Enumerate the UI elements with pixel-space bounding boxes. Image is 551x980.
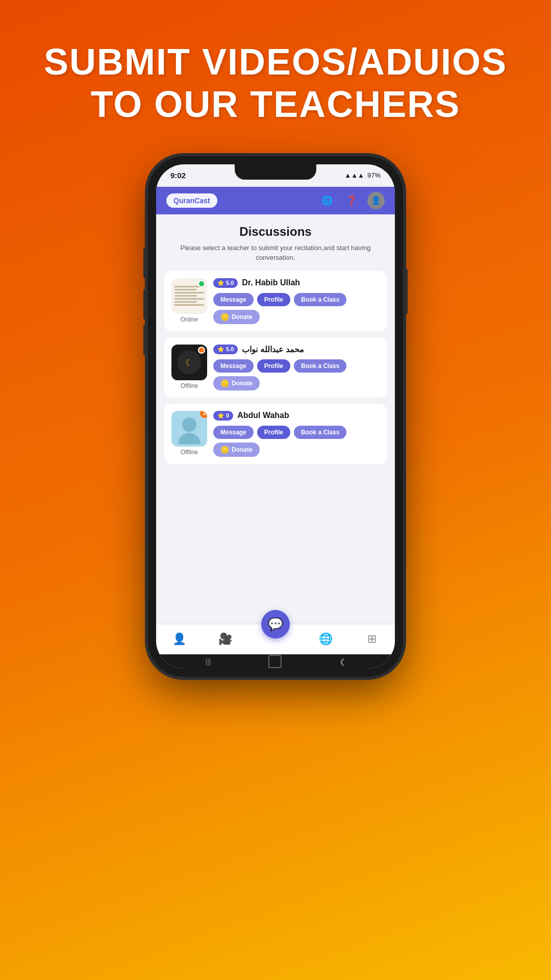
svg-point-3 xyxy=(182,418,196,432)
status-label-1: Online xyxy=(181,316,198,323)
teacher-name-3: Abdul Wahab xyxy=(237,411,289,420)
nav-globe-icon[interactable]: 🌐 xyxy=(315,629,336,649)
nav-video-icon[interactable]: 🎥 xyxy=(215,629,236,649)
headline: SUBMIT VIDEOS/ADUIOS TO OUR TEACHERS xyxy=(13,41,538,126)
teacher-name-2: محمد عبدالله نواب xyxy=(242,345,304,354)
donate-btn-3[interactable]: 🪙Donate xyxy=(213,443,260,457)
book-btn-3[interactable]: Book a Class xyxy=(294,426,346,439)
donate-btn-2[interactable]: 🪙Donate xyxy=(213,376,260,390)
battery-indicator: 97% xyxy=(367,172,381,179)
back-icon[interactable]: ❮ xyxy=(339,657,345,666)
header-icons: 🌐 ❓ 👤 xyxy=(318,192,385,209)
teacher-avatar-wrap-2: ☾ Offilne xyxy=(171,345,207,389)
star-badge-1: ⭐ 5.0 xyxy=(213,278,238,288)
teacher-avatar-wrap-1: Online xyxy=(171,278,207,323)
donate-btn-1[interactable]: 🪙Donate xyxy=(213,310,260,324)
status-label-3: Offilne xyxy=(181,449,198,456)
app-header: QuranCast 🌐 ❓ 👤 xyxy=(156,187,395,214)
home-button[interactable] xyxy=(268,655,282,668)
teacher-avatar-wrap-3: 2 Offilne xyxy=(171,411,207,456)
teacher-card-1: Online ⭐ 5.0 Dr. Habib Ullah Message Pro… xyxy=(164,271,387,331)
status-time: 9:02 xyxy=(170,171,186,180)
teacher-name-row-2: ⭐ 5.0 محمد عبدالله نواب xyxy=(213,345,380,354)
headline-line2: TO OUR TEACHERS xyxy=(91,84,461,125)
teacher-card-2: ☾ Offilne ⭐ 5.0 محمد عبدالله نواب xyxy=(164,337,387,398)
profile-btn-2[interactable]: Profile xyxy=(257,359,290,373)
page-subtitle: Please select a teacher to submit your r… xyxy=(156,243,395,263)
teacher-name-1: Dr. Habib Ullah xyxy=(242,278,300,287)
teacher-info-3: ⭐ 0 Abdul Wahab Message Profile Book a C… xyxy=(213,411,380,457)
page-title: Discussions xyxy=(156,225,395,239)
svg-text:☾: ☾ xyxy=(185,357,193,368)
badge-count-3: 2 xyxy=(200,411,207,418)
app-logo: QuranCast xyxy=(166,193,217,208)
chat-icon: 💬 xyxy=(268,617,283,631)
nav-grid-icon[interactable]: ⊞ xyxy=(362,629,382,649)
book-btn-2[interactable]: Book a Class xyxy=(294,359,346,373)
content-area: Discussions Please select a teacher to s… xyxy=(156,214,395,624)
action-buttons-1: Message Profile Book a Class 🪙Donate xyxy=(213,293,380,324)
globe-icon[interactable]: 🌐 xyxy=(318,192,336,209)
svg-point-2 xyxy=(178,433,201,444)
profile-btn-1[interactable]: Profile xyxy=(257,293,290,306)
teacher-card-3: 2 Offilne ⭐ 0 Abdul Wahab Message Profil… xyxy=(164,404,387,464)
star-badge-3: ⭐ 0 xyxy=(213,411,233,421)
message-btn-1[interactable]: Message xyxy=(213,293,254,306)
teacher-avatar-1 xyxy=(171,278,207,314)
teacher-name-row-1: ⭐ 5.0 Dr. Habib Ullah xyxy=(213,278,380,288)
profile-btn-3[interactable]: Profile xyxy=(257,426,290,439)
action-buttons-2: Message Profile Book a Class 🪙Donate xyxy=(213,359,380,390)
teacher-avatar-3: 2 xyxy=(171,411,207,447)
online-status-dot-1 xyxy=(198,280,205,287)
phone-screen: 9:02 ▲▲▲ 97% QuranCast 🌐 ❓ 👤 Discussions… xyxy=(156,164,395,669)
notch xyxy=(235,164,316,180)
fab-button[interactable]: 💬 xyxy=(261,610,290,639)
status-label-2: Offilne xyxy=(181,382,198,389)
teacher-info-1: ⭐ 5.0 Dr. Habib Ullah Message Profile Bo… xyxy=(213,278,380,324)
user-avatar-header[interactable]: 👤 xyxy=(367,192,385,209)
action-buttons-3: Message Profile Book a Class 🪙Donate xyxy=(213,426,380,457)
book-btn-1[interactable]: Book a Class xyxy=(294,293,346,306)
help-icon[interactable]: ❓ xyxy=(343,192,360,209)
headline-line1: SUBMIT VIDEOS/ADUIOS xyxy=(44,41,507,82)
nav-person-icon[interactable]: 👤 xyxy=(169,629,189,649)
message-btn-2[interactable]: Message xyxy=(213,359,254,373)
home-indicator: ||| ❮ xyxy=(156,654,395,669)
status-icons: ▲▲▲ 97% xyxy=(344,172,381,179)
phone-outer: 9:02 ▲▲▲ 97% QuranCast 🌐 ❓ 👤 Discussions… xyxy=(148,156,403,677)
phone-wrapper: 9:02 ▲▲▲ 97% QuranCast 🌐 ❓ 👤 Discussions… xyxy=(148,156,403,677)
recent-apps-icon[interactable]: ||| xyxy=(206,657,211,666)
offline-status-dot-2 xyxy=(198,347,205,354)
signal-icon: ▲▲▲ xyxy=(344,172,364,179)
star-badge-2: ⭐ 5.0 xyxy=(213,345,238,354)
teacher-name-row-3: ⭐ 0 Abdul Wahab xyxy=(213,411,380,421)
teacher-avatar-2: ☾ xyxy=(171,345,207,380)
teacher-info-2: ⭐ 5.0 محمد عبدالله نواب Message Profile … xyxy=(213,345,380,390)
bottom-nav: 💬 👤 🎥 🌐 ⊞ xyxy=(156,624,395,654)
message-btn-3[interactable]: Message xyxy=(213,426,254,439)
